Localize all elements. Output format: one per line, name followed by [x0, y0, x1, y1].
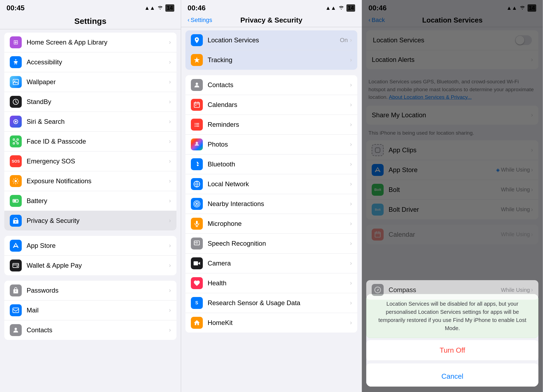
row-exposure[interactable]: Exposure Notifications › [4, 171, 176, 191]
chevron-standby: › [169, 98, 171, 105]
emergency-sos-icon: SOS [10, 155, 22, 167]
status-icons-2: ▲▲ 14 [326, 4, 355, 12]
row-wallpaper[interactable]: Wallpaper › [4, 72, 176, 92]
row-label-location: Location Services [208, 36, 340, 44]
row-priv-homekit[interactable]: HomeKit › [185, 313, 358, 333]
battery-icon [10, 195, 22, 207]
svg-point-27 [196, 203, 198, 205]
row-contacts[interactable]: Contacts › [4, 320, 176, 340]
svg-point-17 [195, 83, 198, 85]
row-home-screen[interactable]: ⊞ Home Screen & App Library › [4, 33, 176, 52]
row-priv-reminders[interactable]: Reminders › [185, 115, 358, 135]
privacy-list[interactable]: Location Services On › Tracking › Contac… [181, 27, 362, 392]
svg-rect-12 [13, 200, 16, 202]
loc-compass-icon [372, 284, 384, 296]
settings-title: Settings [7, 17, 174, 26]
chevron-priv-speech: › [350, 240, 352, 247]
row-accessibility[interactable]: Accessibility › [4, 52, 176, 72]
svg-point-5 [15, 121, 17, 123]
compass-partial-group: Compass While Using › [366, 280, 538, 300]
svg-point-22 [195, 126, 195, 127]
row-priv-contacts[interactable]: Contacts › [185, 75, 358, 95]
row-wallet[interactable]: Wallet & Apple Pay › [4, 256, 176, 275]
accessibility-icon [10, 56, 22, 68]
back-to-settings-btn[interactable]: ‹ Settings [188, 17, 212, 24]
chevron-accessibility: › [169, 59, 171, 66]
row-label-priv-health: Health [208, 279, 350, 287]
row-standby[interactable]: StandBy › [4, 92, 176, 112]
row-app-store[interactable]: App Store › [4, 236, 176, 256]
row-label-priv-contacts: Contacts [208, 81, 350, 89]
row-privacy[interactable]: Privacy & Security › [4, 211, 176, 230]
row-priv-photos[interactable]: Photos › [185, 135, 358, 154]
priv-health-icon [191, 277, 203, 289]
privacy-nav-header: ‹ Settings Privacy & Security [181, 14, 362, 27]
chevron-location: › [350, 37, 352, 44]
cancel-button[interactable]: Cancel [366, 366, 538, 387]
row-battery[interactable]: Battery › [4, 191, 176, 211]
row-priv-health[interactable]: Health › [185, 273, 358, 293]
row-priv-microphone[interactable]: Microphone › [185, 214, 358, 234]
row-mail[interactable]: Mail › [4, 301, 176, 320]
row-label-priv-camera: Camera [208, 260, 350, 267]
chevron-loc-compass: › [531, 286, 533, 293]
row-label-mail: Mail [27, 306, 169, 314]
turn-off-button[interactable]: Turn Off [366, 340, 538, 361]
row-label-priv-local-network: Local Network [208, 180, 350, 188]
row-priv-speech[interactable]: Speech Recognition › [185, 234, 358, 254]
row-label-standby: StandBy [27, 98, 169, 106]
svg-rect-9 [17, 143, 18, 144]
svg-rect-8 [13, 143, 14, 144]
row-priv-research[interactable]: S Research Sensor & Usage Data › [185, 293, 358, 313]
location-services-icon [191, 34, 203, 46]
alert-message-text: Location Services will be disabled for a… [372, 300, 532, 332]
row-priv-nearby[interactable]: Nearby Interactions › [185, 194, 358, 214]
chevron-priv-health: › [350, 280, 352, 287]
svg-point-20 [195, 123, 195, 124]
chevron-priv-contacts: › [350, 81, 352, 88]
row-passwords[interactable]: Passwords › [4, 281, 176, 301]
row-priv-camera[interactable]: Camera › [185, 254, 358, 273]
back-chevron-icon: ‹ [188, 17, 190, 24]
location-panel: 00:46 ▲▲ 14 ‹ Back Location Services Loc… [362, 0, 543, 392]
priv-contacts-icon [191, 79, 203, 91]
row-priv-calendars[interactable]: Calendars › [185, 95, 358, 115]
chevron-priv-homekit: › [350, 319, 352, 326]
row-label-face-id: Face ID & Passcode [27, 138, 169, 145]
row-emergency-sos[interactable]: SOS Emergency SOS › [4, 151, 176, 171]
chevron-priv-calendars: › [350, 101, 352, 108]
status-bar-2: 00:46 ▲▲ 14 [181, 0, 362, 14]
row-label-priv-research: Research Sensor & Usage Data [208, 299, 350, 307]
chevron-app-store: › [169, 242, 171, 249]
priv-photos-icon [191, 138, 203, 150]
row-location-services[interactable]: Location Services On › [185, 30, 358, 50]
priv-camera-icon [191, 257, 203, 269]
svg-rect-19 [195, 105, 196, 106]
row-siri[interactable]: Siri & Search › [4, 112, 176, 132]
priv-microphone-icon [191, 218, 203, 230]
svg-rect-15 [13, 308, 19, 312]
status-bar-1: 00:45 ▲▲ 14 [0, 0, 181, 14]
row-label-emergency-sos: Emergency SOS [27, 157, 169, 165]
priv-research-icon: S [191, 297, 203, 309]
row-priv-bluetooth[interactable]: Bluetooth › [185, 154, 358, 174]
settings-list[interactable]: ⊞ Home Screen & App Library › Accessibil… [0, 29, 181, 392]
cancel-action: Cancel [366, 363, 538, 387]
row-face-id[interactable]: Face ID & Passcode › [4, 132, 176, 151]
row-label-priv-speech: Speech Recognition [208, 240, 350, 247]
chevron-battery: › [169, 197, 171, 204]
wifi-icon-1 [157, 5, 163, 11]
row-label-priv-photos: Photos [208, 141, 350, 148]
siri-icon [10, 116, 22, 128]
row-label-priv-homekit: HomeKit [208, 319, 350, 327]
svg-rect-7 [17, 139, 18, 140]
row-priv-local-network[interactable]: Local Network › [185, 174, 358, 194]
back-settings-label: Settings [191, 17, 212, 24]
signal-icon-2: ▲▲ [326, 5, 336, 11]
battery-2: 14 [346, 4, 355, 12]
status-icons-1: ▲▲ 14 [144, 4, 174, 12]
row-loc-compass: Compass While Using › [366, 280, 538, 300]
wallet-icon [10, 260, 22, 271]
chevron-priv-local-network: › [350, 181, 352, 188]
row-tracking[interactable]: Tracking › [185, 50, 358, 70]
